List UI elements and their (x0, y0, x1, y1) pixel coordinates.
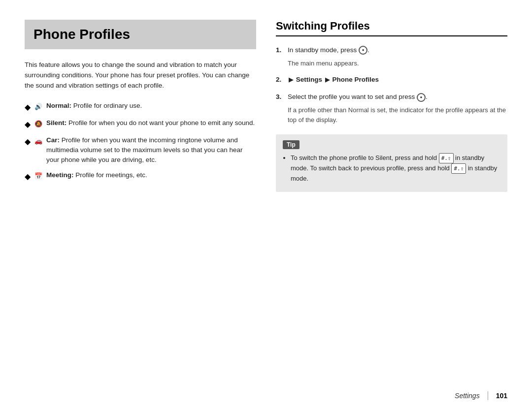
step-3: 3. Select the profile you want to set an… (276, 92, 507, 125)
page-footer: Settings 101 (0, 386, 532, 409)
silent-icon: 🔕 (34, 119, 42, 129)
bullet-diamond-icon: ◆ (25, 171, 31, 183)
page-title: Phone Profiles (33, 27, 247, 42)
bullet-meeting-text: Meeting: Profile for meetings, etc. (46, 170, 147, 180)
ok-button-icon: ● (417, 93, 426, 102)
step-1: 1. In standby mode, press ●. The main me… (276, 45, 507, 68)
tip-content: To switch the phone profile to Silent, p… (283, 153, 500, 184)
tip-label: Tip (283, 140, 299, 149)
step-1-text: In standby mode, press ●. (288, 45, 369, 56)
bullet-list: ◆ 🔊 Normal: Profile for ordinary use. ◆ … (25, 101, 256, 183)
step-2-body: ▶ Settings ▶ Phone Profiles (288, 75, 379, 85)
list-item: ◆ 🚗 Car: Profile for when you want the i… (25, 135, 256, 165)
left-intro: This feature allows you to change the so… (25, 60, 256, 91)
normal-icon: 🔊 (34, 102, 42, 112)
car-icon: 🚗 (34, 136, 42, 146)
step-list: 1. In standby mode, press ●. The main me… (276, 45, 507, 125)
step-3-body: Select the profile you want to set and p… (288, 92, 507, 125)
ok-button-icon: ● (359, 46, 367, 55)
list-item: ◆ 🔊 Normal: Profile for ordinary use. (25, 101, 256, 113)
step-number-1: 1. (276, 45, 284, 56)
step-3-subtext: If a profile other than Normal is set, t… (288, 105, 507, 125)
bullet-normal-text: Normal: Profile for ordinary use. (46, 101, 142, 111)
hash-key-icon: #.⇧ (439, 153, 454, 163)
left-column: Phone Profiles This feature allows you t… (25, 20, 256, 367)
tip-box: Tip To switch the phone profile to Silen… (276, 134, 507, 191)
section-title: Switching Profiles (276, 20, 507, 36)
meeting-icon: 📅 (34, 171, 42, 181)
list-item: ◆ 📅 Meeting: Profile for meetings, etc. (25, 170, 256, 183)
footer-divider (488, 391, 488, 400)
footer-page-number: 101 (496, 392, 507, 400)
arrow-icon: ▶ (325, 76, 330, 83)
step-1-subtext: The main menu appears. (288, 59, 369, 68)
hash-key-icon-2: #.⇧ (451, 163, 466, 174)
step-2-nav: ▶ Settings ▶ Phone Profiles (288, 75, 379, 85)
arrow-icon: ▶ (289, 76, 293, 83)
step-1-body: In standby mode, press ●. The main menu … (288, 45, 369, 68)
list-item: ◆ 🔕 Silent: Profile for when you do not … (25, 118, 256, 130)
page-title-bar: Phone Profiles (25, 20, 256, 49)
bullet-silent-text: Silent: Profile for when you do not want… (46, 118, 255, 128)
right-column: Switching Profiles 1. In standby mode, p… (276, 20, 507, 367)
silent-label: Silent: (46, 119, 66, 126)
bullet-diamond-icon: ◆ (25, 136, 31, 148)
tip-list-item: To switch the phone profile to Silent, p… (291, 153, 500, 184)
step-2: 2. ▶ Settings ▶ Phone Profiles (276, 75, 507, 85)
footer-section-label: Settings (455, 392, 480, 400)
meeting-label: Meeting: (46, 171, 74, 179)
bullet-car-text: Car: Profile for when you want the incom… (46, 135, 256, 165)
step-number-2: 2. (276, 75, 284, 85)
bullet-diamond-icon: ◆ (25, 119, 31, 130)
step-number-3: 3. (276, 92, 284, 102)
bullet-diamond-icon: ◆ (25, 101, 31, 113)
step-3-text: Select the profile you want to set and p… (288, 92, 507, 102)
car-label: Car: (46, 136, 60, 144)
normal-label: Normal: (46, 102, 71, 109)
